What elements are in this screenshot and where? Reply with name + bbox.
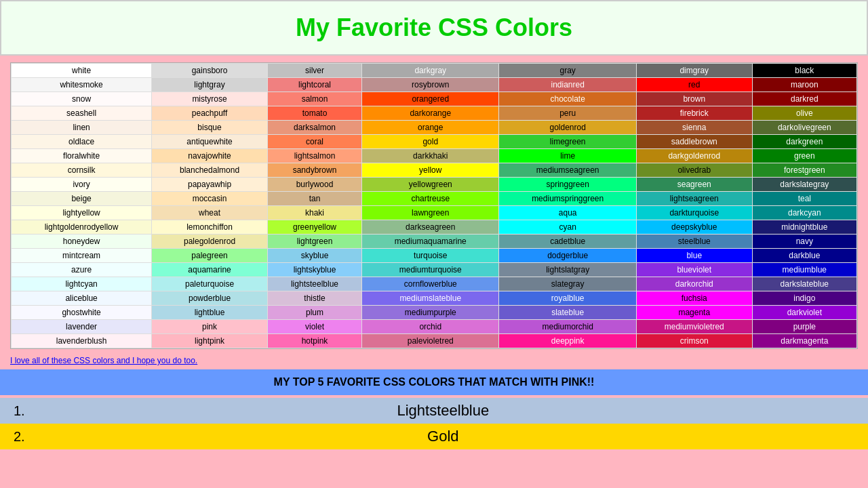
table-cell: azure [12, 263, 152, 277]
table-cell: orange [362, 121, 499, 135]
table-cell: papayawhip [152, 178, 268, 192]
table-cell: coral [267, 135, 361, 149]
table-cell: aliceblue [12, 291, 152, 306]
table-cell: limegreen [499, 135, 636, 149]
table-cell: lightcyan [12, 277, 152, 291]
table-cell: brown [636, 92, 752, 106]
table-cell: darkgreen [752, 135, 856, 149]
table-cell: white [12, 64, 152, 78]
page-title: My Favorite CSS Colors [1, 14, 867, 42]
table-cell: lightgreen [267, 235, 361, 249]
table-cell: mediumspringgreen [499, 192, 636, 206]
table-cell: darkolivegreen [752, 121, 856, 135]
table-cell: orangered [362, 92, 499, 106]
table-cell: palevioletred [362, 334, 499, 348]
table-cell: antiquewhite [152, 135, 268, 149]
table-cell: gold [362, 135, 499, 149]
table-cell: darkslategray [752, 178, 856, 192]
table-cell: tan [267, 192, 361, 206]
table-cell: violet [267, 320, 361, 334]
table-cell: magenta [636, 306, 752, 320]
table-cell: tomato [267, 106, 361, 121]
table-cell: moccasin [152, 192, 268, 206]
table-cell: darkred [752, 92, 856, 106]
table-cell: lightskyblue [267, 263, 361, 277]
table-cell: seashell [12, 106, 152, 121]
table-cell: lightpink [152, 334, 268, 348]
table-cell: powderblue [152, 291, 268, 306]
color-table: whitegainsborosilverdarkgraygraydimgrayb… [11, 63, 857, 348]
table-cell: whitesmoke [12, 78, 152, 92]
table-cell: lavender [12, 320, 152, 334]
table-cell: blanchedalmond [152, 163, 268, 178]
table-cell: navy [752, 235, 856, 249]
table-cell: crimson [636, 334, 752, 348]
table-cell: darkorange [362, 106, 499, 121]
table-cell: orchid [362, 320, 499, 334]
table-cell: lightgray [152, 78, 268, 92]
table-cell: purple [752, 320, 856, 334]
fav-label: Gold [32, 428, 854, 445]
table-cell: darkcyan [752, 206, 856, 220]
table-cell: darksalmon [267, 121, 361, 135]
table-cell: skyblue [267, 249, 361, 263]
fav-num: 2. [14, 429, 25, 445]
table-cell: steelblue [636, 235, 752, 249]
table-cell: blueviolet [636, 263, 752, 277]
favorites-header: MY TOP 5 FAVORITE CSS COLORS THAT MATCH … [0, 369, 868, 395]
table-cell: olive [752, 106, 856, 121]
table-cell: green [752, 149, 856, 163]
table-cell: pink [152, 320, 268, 334]
table-cell: dodgerblue [499, 249, 636, 263]
table-cell: mintcream [12, 249, 152, 263]
table-cell: lemonchiffon [152, 220, 268, 235]
table-cell: darkgoldenrod [636, 149, 752, 163]
table-cell: mediumturquoise [362, 263, 499, 277]
table-cell: olivedrab [636, 163, 752, 178]
table-cell: indianred [499, 78, 636, 92]
table-cell: mediumvioletred [636, 320, 752, 334]
table-cell: rosybrown [362, 78, 499, 92]
table-cell: mediumaquamarine [362, 235, 499, 249]
table-cell: lightyellow [12, 206, 152, 220]
table-cell: mediumseagreen [499, 163, 636, 178]
link-line[interactable]: I love all of these CSS colors and I hop… [10, 356, 858, 365]
table-cell: oldlace [12, 135, 152, 149]
table-cell: lightgoldenrodyellow [12, 220, 152, 235]
table-cell: honeydew [12, 235, 152, 249]
table-cell: darkkhaki [362, 149, 499, 163]
table-cell: burlywood [267, 178, 361, 192]
table-cell: fuchsia [636, 291, 752, 306]
fav-label: Lightsteelblue [32, 402, 854, 420]
table-cell: palegreen [152, 249, 268, 263]
table-cell: slategray [499, 277, 636, 291]
fav-num: 1. [14, 403, 25, 419]
table-cell: cornflowerblue [362, 277, 499, 291]
table-cell: black [752, 64, 856, 78]
table-cell: wheat [152, 206, 268, 220]
table-cell: mediumpurple [362, 306, 499, 320]
table-cell: greenyellow [267, 220, 361, 235]
table-cell: darkviolet [752, 306, 856, 320]
table-cell: aquamarine [152, 263, 268, 277]
table-cell: teal [752, 192, 856, 206]
table-cell: thistle [267, 291, 361, 306]
table-cell: navajowhite [152, 149, 268, 163]
table-cell: plum [267, 306, 361, 320]
table-cell: lightslatgray [499, 263, 636, 277]
table-cell: hotpink [267, 334, 361, 348]
table-cell: slateblue [499, 306, 636, 320]
table-cell: darkmagenta [752, 334, 856, 348]
table-cell: darkblue [752, 249, 856, 263]
table-cell: indigo [752, 291, 856, 306]
table-cell: beige [12, 192, 152, 206]
table-cell: lawngreen [362, 206, 499, 220]
table-cell: forestgreen [752, 163, 856, 178]
table-cell: lightblue [152, 306, 268, 320]
table-cell: darkturquoise [636, 206, 752, 220]
table-cell: firebrick [636, 106, 752, 121]
table-cell: darkslateblue [752, 277, 856, 291]
table-cell: saddlebrown [636, 135, 752, 149]
table-cell: darkgray [362, 64, 499, 78]
table-cell: darkseagreen [362, 220, 499, 235]
